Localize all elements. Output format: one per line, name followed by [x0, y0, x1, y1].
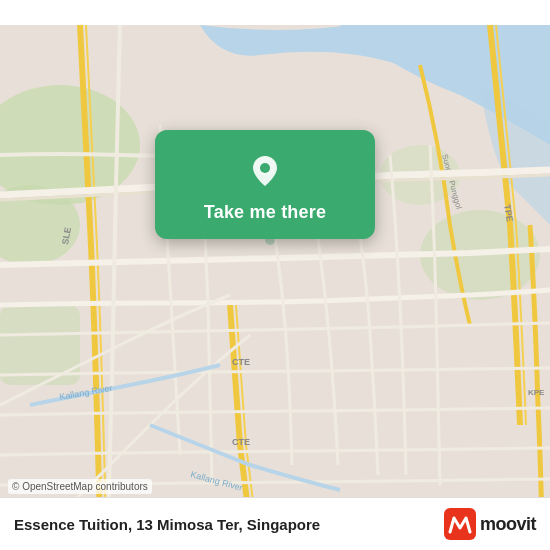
copyright-notice: © OpenStreetMap contributors	[8, 479, 152, 494]
location-pin-icon	[243, 148, 287, 192]
map-background: SLE CTE CTE TPE KPE Sungei Punggol	[0, 0, 550, 550]
map-container: SLE CTE CTE TPE KPE Sungei Punggol	[0, 0, 550, 550]
place-name: Essence Tuition, 13 Mimosa Ter, Singapor…	[14, 516, 320, 533]
svg-text:CTE: CTE	[232, 357, 250, 367]
bottom-bar: Essence Tuition, 13 Mimosa Ter, Singapor…	[0, 497, 550, 550]
svg-text:CTE: CTE	[232, 437, 250, 447]
popup-label: Take me there	[204, 202, 326, 223]
take-me-there-popup[interactable]: Take me there	[155, 130, 375, 239]
svg-point-16	[260, 163, 270, 173]
moovit-icon	[444, 508, 476, 540]
svg-rect-17	[444, 508, 476, 540]
place-info: Essence Tuition, 13 Mimosa Ter, Singapor…	[14, 516, 320, 533]
svg-text:KPE: KPE	[528, 388, 545, 397]
moovit-text: moovit	[480, 514, 536, 535]
moovit-logo: moovit	[444, 508, 536, 540]
